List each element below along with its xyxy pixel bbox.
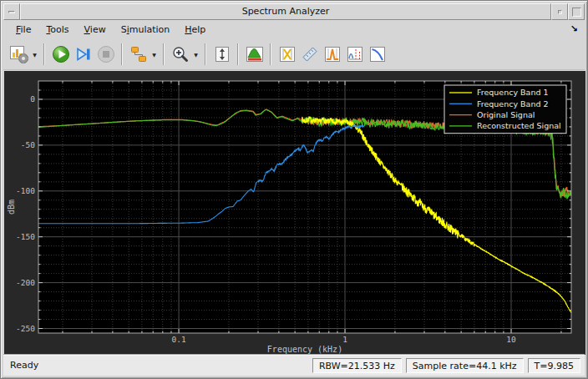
menu-file[interactable]: File xyxy=(8,22,38,38)
legend-label: Frequency Band 2 xyxy=(477,99,549,109)
peak-finder-icon xyxy=(322,44,342,64)
cursor-measurements-button[interactable] xyxy=(276,43,298,66)
window-menu-button[interactable] xyxy=(3,3,20,20)
svg-text:0.1: 0.1 xyxy=(171,335,185,344)
menu-help[interactable]: Help xyxy=(177,22,213,38)
toolbar-separator xyxy=(43,43,45,65)
cursor-measurements-icon xyxy=(277,44,297,64)
highlight-simulink-block-dropdown-caret[interactable]: ▼ xyxy=(150,43,159,66)
status-sample-rate: Sample rate=44.1 kHz xyxy=(406,358,524,373)
svg-text:10: 10 xyxy=(506,335,516,344)
signal-statistics-button[interactable] xyxy=(298,43,321,66)
scope-settings-icon xyxy=(9,44,29,64)
spectrum-analyzer-window: Spectrum Analyzer FileToolsViewSimulatio… xyxy=(0,0,588,379)
y-axis-label: dBm xyxy=(7,200,16,215)
highlight-simulink-block-button[interactable] xyxy=(127,43,150,66)
menu-simulation[interactable]: Simulation xyxy=(114,22,178,38)
maximize-button[interactable] xyxy=(568,3,585,20)
menu-tools[interactable]: Tools xyxy=(38,22,76,38)
step-forward-button[interactable] xyxy=(72,43,94,66)
x-axis-label: Frequency (kHz) xyxy=(267,345,342,354)
svg-text:-150: -150 xyxy=(16,232,35,241)
titlebar: Spectrum Analyzer xyxy=(3,3,585,20)
stop-button[interactable] xyxy=(94,43,117,66)
toolbar-separator xyxy=(237,43,239,65)
spectrum-plot[interactable]: 0.11100-50-100-150-200-250Frequency (kHz… xyxy=(4,71,585,355)
ccdf-measurements-icon xyxy=(368,44,388,64)
statusbar: Ready RBW=21.533 HzSample rate=44.1 kHzT… xyxy=(3,354,585,376)
menubar: FileToolsViewSimulationHelp↘ xyxy=(3,20,585,39)
legend-label: Reconstructed Signal xyxy=(477,121,561,130)
ccdf-measurements-button[interactable] xyxy=(366,43,388,66)
window-title: Spectrum Analyzer xyxy=(20,3,551,20)
fit-to-view-button[interactable] xyxy=(210,43,233,66)
peak-finder-button[interactable] xyxy=(321,43,343,66)
toolbar-separator xyxy=(270,43,271,65)
legend-label: Frequency Band 1 xyxy=(477,88,549,97)
minimize-button[interactable] xyxy=(551,3,568,20)
legend[interactable]: Frequency Band 1Frequency Band 2Original… xyxy=(444,85,566,134)
svg-text:1: 1 xyxy=(342,335,347,344)
zoom-in-button[interactable] xyxy=(169,43,191,66)
zoom-in-dropdown-caret[interactable]: ▼ xyxy=(191,43,200,66)
maximize-icon xyxy=(572,8,581,17)
stop-icon xyxy=(96,44,116,64)
menu-view[interactable]: View xyxy=(77,22,114,38)
plot-panel: 0.11100-50-100-150-200-250Frequency (kHz… xyxy=(4,71,585,355)
toolbar-separator xyxy=(163,43,165,65)
status-rbw: RBW=21.533 Hz xyxy=(312,358,402,373)
svg-text:-100: -100 xyxy=(16,186,35,195)
status-sim-time: T=9.985 xyxy=(528,358,580,373)
scope-settings-dropdown-caret[interactable]: ▼ xyxy=(30,43,39,66)
status-ready: Ready xyxy=(8,360,308,371)
toolbar-separator xyxy=(205,43,206,65)
spectrum-display-button[interactable] xyxy=(243,43,266,66)
toolbar: ▼▼▼ xyxy=(3,39,585,70)
svg-text:-200: -200 xyxy=(16,278,35,287)
distortion-measurements-icon xyxy=(345,44,365,64)
window-menu-icon xyxy=(8,11,15,13)
legend-label: Original Signal xyxy=(477,110,535,119)
signal-statistics-icon xyxy=(300,44,320,64)
minimize-icon xyxy=(558,10,562,14)
svg-text:-250: -250 xyxy=(16,324,35,333)
run-icon xyxy=(51,44,71,64)
svg-text:-50: -50 xyxy=(21,140,35,149)
menu-overflow-arrow-icon[interactable]: ↘ xyxy=(570,23,578,34)
fit-to-view-icon xyxy=(212,44,232,64)
distortion-measurements-button[interactable] xyxy=(343,43,366,66)
toolbar-separator xyxy=(121,43,123,65)
scope-settings-button[interactable] xyxy=(8,43,30,66)
step-forward-icon xyxy=(74,44,94,64)
spectrum-display-icon xyxy=(245,44,265,64)
highlight-simulink-block-icon xyxy=(129,44,149,64)
svg-text:0: 0 xyxy=(30,94,35,104)
run-button[interactable] xyxy=(49,43,72,66)
zoom-in-icon xyxy=(170,44,190,64)
